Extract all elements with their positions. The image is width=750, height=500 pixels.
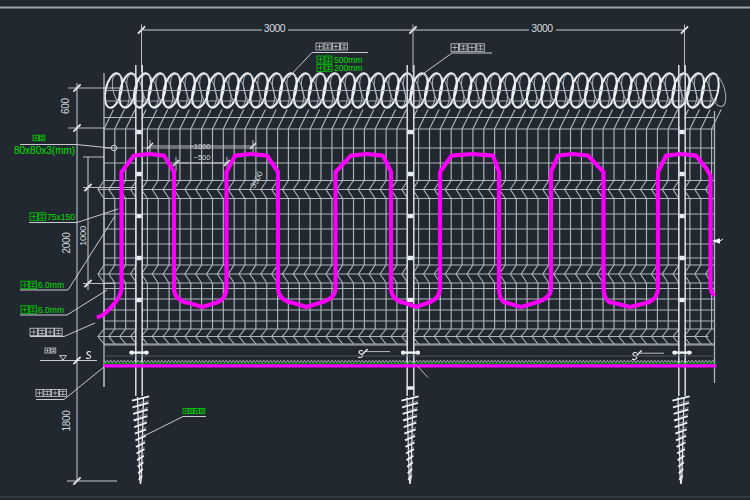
svg-text:2000: 2000 xyxy=(61,232,72,254)
svg-text:3000: 3000 xyxy=(264,22,286,34)
svg-text:~500: ~500 xyxy=(194,153,211,162)
svg-text:600: 600 xyxy=(60,97,71,114)
svg-text:3000: 3000 xyxy=(531,22,553,34)
svg-text:75x150: 75x150 xyxy=(47,212,75,222)
svg-text:6.0mm: 6.0mm xyxy=(38,280,64,290)
svg-text:200mm: 200mm xyxy=(334,63,362,73)
svg-text:~1000: ~1000 xyxy=(189,142,210,151)
svg-text:1800: 1800 xyxy=(61,410,72,432)
svg-text:6.0mm: 6.0mm xyxy=(38,305,64,315)
svg-text:80x80x3(mm): 80x80x3(mm) xyxy=(14,145,75,156)
svg-text:1000: 1000 xyxy=(77,226,88,246)
